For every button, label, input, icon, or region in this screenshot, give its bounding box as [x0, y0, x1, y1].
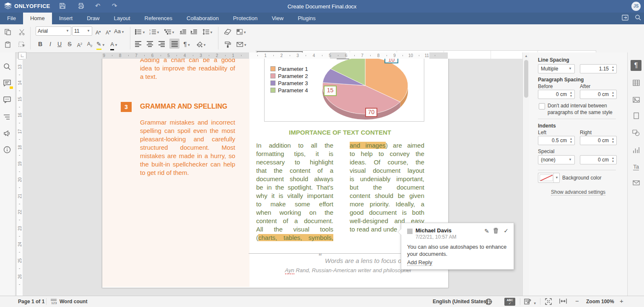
edit-comment-icon[interactable]: ✎	[484, 228, 489, 234]
mail-merge-icon[interactable]: ▼	[236, 39, 247, 49]
spacing-before-input[interactable]: 0 cm▲▼	[538, 90, 575, 99]
page-indicator[interactable]: Page 1 of 1	[18, 296, 44, 307]
special-select[interactable]: (none)▼	[538, 155, 575, 164]
track-changes-icon[interactable]: ▼	[524, 298, 537, 305]
chart-label-15[interactable]: 15	[324, 86, 337, 96]
increase-font-icon[interactable]: A▴	[94, 27, 102, 36]
fit-page-icon[interactable]	[545, 298, 552, 305]
table-settings-icon[interactable]	[631, 78, 641, 89]
paragraph-shading-icon[interactable]: ▼	[196, 39, 206, 49]
open-file-location-icon[interactable]	[619, 13, 631, 24]
menu-tab-collaboration[interactable]: Collaboration	[179, 13, 226, 24]
select-all-icon[interactable]	[18, 39, 26, 49]
interval-checkbox[interactable]	[539, 103, 545, 109]
language-selector[interactable]: English (United States) ▼	[433, 296, 493, 307]
delete-comment-icon[interactable]	[493, 228, 499, 235]
spinner-arrows[interactable]: ▲▼	[611, 156, 615, 163]
copy-icon[interactable]	[3, 27, 12, 36]
word-count-label[interactable]: Word count	[60, 296, 87, 307]
about-icon[interactable]	[3, 146, 12, 154]
shape-settings-icon[interactable]	[631, 128, 641, 139]
vertical-ruler[interactable]: 1314151617181920212223242526	[17, 59, 23, 296]
resolve-comment-icon[interactable]: ✓	[504, 227, 509, 234]
table-shading-icon[interactable]: ▼	[236, 27, 247, 36]
special-amount-input[interactable]: 0 cm▲▼	[580, 155, 617, 164]
fit-width-icon[interactable]	[559, 298, 567, 305]
cut-icon[interactable]	[18, 27, 26, 36]
bold-button[interactable]: B	[36, 39, 44, 49]
advanced-settings-link[interactable]: Show advanced settings	[551, 189, 605, 195]
spinner-arrows[interactable]: ▲▼	[569, 91, 573, 98]
pie-chart-object[interactable]: Parameter 1Parameter 2Parameter 3Paramet…	[264, 59, 424, 122]
document-page[interactable]: present interesting informationconcisely…	[102, 59, 449, 288]
comment-popup[interactable]: Michael Davis 7/22/21, 10:57 AM ✎ ✓ You …	[401, 223, 514, 270]
subscript-button[interactable]: A2	[86, 39, 94, 49]
comments-icon[interactable]	[3, 80, 12, 88]
chart-label-10[interactable]: 10	[384, 59, 398, 63]
paste-icon[interactable]	[3, 39, 12, 49]
change-case-icon[interactable]: Aa▼	[114, 27, 125, 36]
indent-right-input[interactable]: 0 cm▲▼	[580, 136, 617, 145]
align-right-icon[interactable]	[158, 39, 167, 49]
chart-settings-icon[interactable]	[631, 146, 641, 156]
font-size-select[interactable]: 11▼	[72, 26, 92, 36]
add-reply-link[interactable]: Add Reply	[407, 259, 432, 266]
chart-label-70[interactable]: 70	[365, 108, 377, 117]
line-spacing-amount[interactable]: 1.15▲▼	[580, 64, 617, 73]
nonprinting-chars-icon[interactable]: ¶▼	[183, 39, 191, 49]
menu-tab-references[interactable]: References	[138, 13, 179, 24]
search-icon[interactable]	[3, 63, 12, 71]
italic-button[interactable]: I	[46, 39, 55, 49]
spinner-arrows[interactable]: ▲▼	[611, 65, 615, 72]
mail-merge-settings-icon[interactable]	[631, 178, 641, 189]
multilevel-list-icon[interactable]: ▼	[164, 27, 175, 36]
menu-tab-view[interactable]: View	[265, 13, 291, 24]
word-count-icon[interactable]: 123	[50, 299, 57, 305]
scroll-up-button[interactable]: ▲	[524, 54, 529, 59]
align-justify-icon[interactable]	[169, 39, 179, 49]
menu-tab-protection[interactable]: Protection	[226, 13, 265, 24]
menu-tab-draw[interactable]: Draw	[80, 13, 106, 24]
highlight-color-button[interactable]: ✎▼	[96, 39, 105, 49]
zoom-out-button[interactable]: −	[575, 297, 579, 304]
decrease-font-icon[interactable]: A▾	[104, 27, 112, 36]
menu-tab-plugins[interactable]: Plugins	[291, 13, 323, 24]
text-art-settings-icon[interactable]: Ta	[631, 161, 641, 172]
chat-icon[interactable]	[3, 96, 12, 105]
spacing-after-input[interactable]: 0 cm▲▼	[580, 90, 617, 99]
chart-label-cropped[interactable]	[337, 59, 349, 59]
user-avatar[interactable]: JS	[631, 2, 641, 11]
navigation-headings-icon[interactable]	[3, 114, 12, 122]
spinner-arrows[interactable]: ▲▼	[611, 137, 615, 144]
increase-indent-icon[interactable]	[190, 27, 198, 36]
strikethrough-button[interactable]: S	[65, 39, 74, 49]
line-spacing-select[interactable]: Multiple▼	[538, 64, 575, 73]
numbered-list-icon[interactable]: 12▼	[149, 27, 160, 36]
set-language-globe-icon[interactable]	[485, 298, 492, 305]
menu-tab-home[interactable]: Home	[23, 13, 52, 24]
bullet-list-icon[interactable]: ▼	[135, 27, 145, 36]
menu-tab-layout[interactable]: Layout	[107, 13, 138, 24]
scrollbar-thumb[interactable]	[524, 60, 528, 98]
clear-style-icon[interactable]	[223, 27, 232, 36]
spinner-arrows[interactable]: ▲▼	[569, 137, 573, 144]
font-name-select[interactable]: Arial▼	[36, 26, 71, 36]
header-footer-settings-icon[interactable]	[631, 112, 641, 122]
indent-left-input[interactable]: 0.5 cm▲▼	[538, 136, 575, 145]
copy-style-icon[interactable]	[223, 39, 232, 49]
decrease-indent-icon[interactable]	[179, 27, 187, 36]
spinner-arrows[interactable]: ▲▼	[611, 91, 615, 98]
document-canvas[interactable]: present interesting informationconcisely…	[23, 59, 522, 296]
align-left-icon[interactable]	[135, 39, 143, 49]
underline-button[interactable]: U	[55, 39, 64, 49]
search-icon[interactable]	[631, 13, 644, 24]
font-color-button[interactable]: A▼	[110, 39, 118, 49]
superscript-button[interactable]: A2	[75, 39, 84, 49]
image-settings-icon[interactable]	[631, 95, 641, 106]
vertical-scrollbar[interactable]: ▲	[522, 52, 530, 296]
menu-tab-file[interactable]: File	[0, 13, 23, 24]
spellcheck-icon[interactable]: ABC✓	[504, 298, 515, 306]
feedback-icon[interactable]	[3, 130, 12, 138]
paragraph-settings-icon[interactable]: ¶	[631, 60, 641, 71]
align-center-icon[interactable]	[147, 39, 155, 49]
